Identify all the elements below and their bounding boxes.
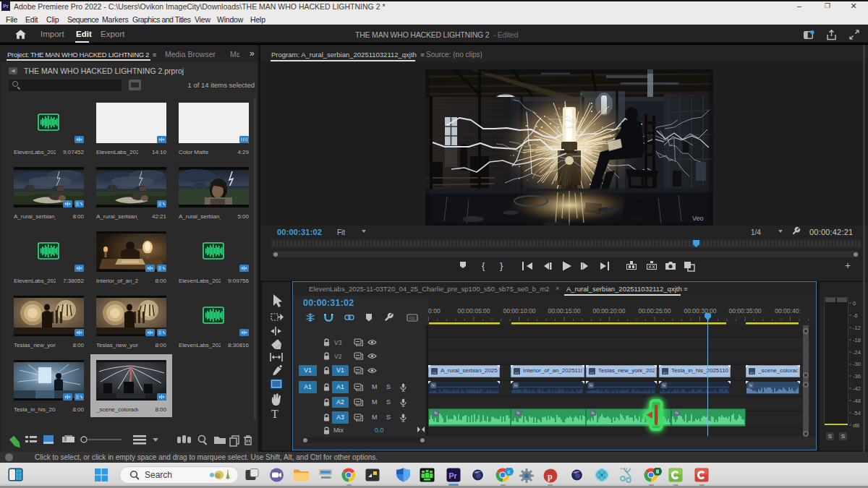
- svg-text:-12: -12: [853, 325, 861, 331]
- svg-text:{: {: [482, 260, 485, 271]
- svg-text:00:00:10:00: 00:00:10:00: [503, 307, 536, 314]
- svg-text:00:00:35:00: 00:00:35:00: [729, 307, 762, 314]
- svg-text:Veo: Veo: [692, 215, 704, 222]
- svg-text:00:00:15:00: 00:00:15:00: [548, 307, 581, 314]
- svg-text:00:00:30:00: 00:00:30:00: [684, 307, 717, 314]
- svg-text:Pr: Pr: [449, 471, 457, 480]
- svg-text:-18: -18: [853, 337, 861, 343]
- svg-text:}: }: [500, 260, 503, 271]
- svg-text:-6: -6: [853, 312, 858, 319]
- svg-text:-30: -30: [853, 361, 861, 367]
- svg-text:00:00:20:00: 00:00:20:00: [593, 307, 626, 314]
- svg-text:c: c: [508, 468, 511, 475]
- svg-text:-36: -36: [853, 373, 861, 380]
- svg-text:00:00:05:00: 00:00:05:00: [458, 307, 490, 314]
- svg-text:0: 0: [853, 300, 856, 307]
- svg-text::00:00: :00:00: [428, 307, 441, 314]
- svg-text:p: p: [548, 471, 553, 481]
- svg-text:00:00:25:00: 00:00:25:00: [639, 307, 671, 314]
- svg-text:-54: -54: [853, 410, 861, 416]
- svg-text:CC: CC: [409, 316, 416, 320]
- svg-text:00:00:40:: 00:00:40:: [775, 307, 800, 314]
- svg-text:-48: -48: [853, 398, 861, 404]
- svg-text:dB: dB: [853, 422, 859, 429]
- svg-text:T: T: [271, 408, 278, 420]
- svg-text:-42: -42: [853, 385, 861, 392]
- svg-text:-24: -24: [853, 349, 861, 356]
